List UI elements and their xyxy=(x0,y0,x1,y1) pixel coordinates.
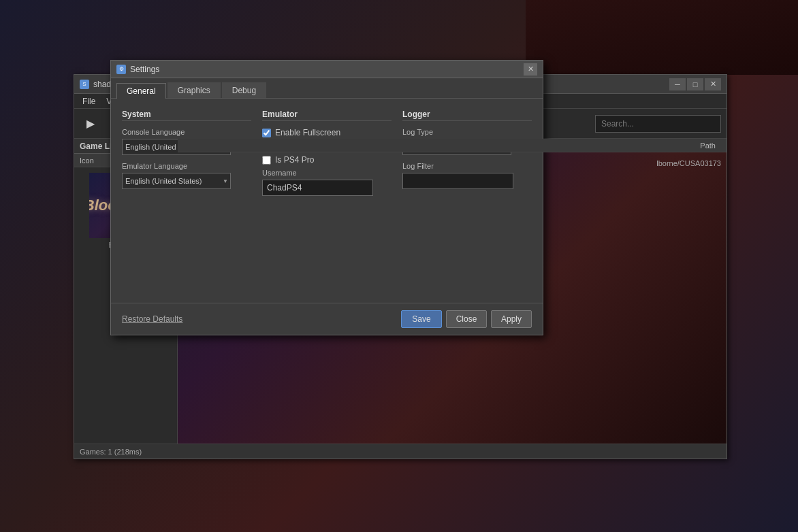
footer-buttons: Save Close Apply xyxy=(401,310,532,328)
close-button[interactable]: ✕ xyxy=(705,78,721,90)
close-dialog-button[interactable]: Close xyxy=(446,310,487,328)
system-section-title: System xyxy=(122,110,251,121)
minimize-button[interactable]: ─ xyxy=(669,78,686,90)
dialog-title-bar: ⚙ Settings ✕ xyxy=(111,61,543,78)
status-bar: Games: 1 (218ms) xyxy=(74,444,727,459)
tab-debug[interactable]: Debug xyxy=(222,82,266,98)
menu-file[interactable]: File xyxy=(77,95,101,107)
play-button[interactable]: ▶ xyxy=(80,113,101,135)
dialog-title: Settings xyxy=(130,65,524,74)
log-filter-input[interactable] xyxy=(402,173,513,189)
path-column-header: Path xyxy=(695,142,721,150)
logger-section-title: Logger xyxy=(402,110,532,121)
dialog-footer: Restore Defaults Save Close Apply xyxy=(111,303,543,335)
log-type-label: Log Type xyxy=(402,128,532,136)
username-label: Username xyxy=(262,169,392,177)
tab-graphics[interactable]: Graphics xyxy=(167,82,221,98)
logger-section: Logger Log Type async sync none Log Filt… xyxy=(402,110,532,203)
log-filter-label: Log Filter xyxy=(402,162,532,170)
maximize-button[interactable]: □ xyxy=(687,78,703,90)
emulator-language-label: Emulator Language xyxy=(122,162,251,170)
tab-bar: General Graphics Debug xyxy=(111,78,543,99)
is-ps4-pro-checkbox[interactable] xyxy=(262,156,271,165)
sections-row: System Console Language English (United … xyxy=(122,110,532,203)
enable-fullscreen-checkbox[interactable] xyxy=(262,129,271,137)
save-button[interactable]: Save xyxy=(401,310,442,328)
emulator-language-select[interactable]: English (United States) Japanese French … xyxy=(122,173,231,189)
dialog-icon: ⚙ xyxy=(116,65,126,74)
system-section: System Console Language English (United … xyxy=(122,110,251,203)
restore-defaults-button[interactable]: Restore Defaults xyxy=(122,314,182,324)
emulator-language-field: Emulator Language English (United States… xyxy=(122,162,251,189)
username-field: Username xyxy=(262,169,392,196)
background-overlay xyxy=(526,0,798,75)
column-headers: Path xyxy=(178,139,727,152)
enable-fullscreen-label: Enable Fullscreen xyxy=(275,128,340,137)
is-ps4-pro-label: Is PS4 Pro xyxy=(275,155,314,165)
is-ps4-pro-row: Is PS4 Pro xyxy=(262,155,392,165)
enable-fullscreen-row: Enable Fullscreen xyxy=(262,128,392,137)
apply-button[interactable]: Apply xyxy=(491,310,532,328)
dialog-close-button[interactable]: ✕ xyxy=(524,63,537,76)
search-input[interactable] xyxy=(595,115,721,133)
emulator-section: Emulator Enable Fullscreen Show Splash I… xyxy=(262,110,392,203)
emulator-section-title: Emulator xyxy=(262,110,392,121)
emulator-language-select-wrapper: English (United States) Japanese French … xyxy=(122,173,232,189)
dialog-body: System Console Language English (United … xyxy=(111,99,543,303)
game-path: lborne/CUSA03173 xyxy=(656,159,721,167)
window-controls: ─ □ ✕ xyxy=(669,78,721,90)
app-icon: S xyxy=(80,80,89,89)
console-language-label: Console Language xyxy=(122,128,251,136)
username-input[interactable] xyxy=(262,180,373,196)
status-text: Games: 1 (218ms) xyxy=(80,448,142,456)
settings-dialog: ⚙ Settings ✕ General Graphics Debug Syst… xyxy=(110,60,543,335)
tab-general[interactable]: General xyxy=(116,83,166,99)
log-filter-field: Log Filter xyxy=(402,162,532,189)
